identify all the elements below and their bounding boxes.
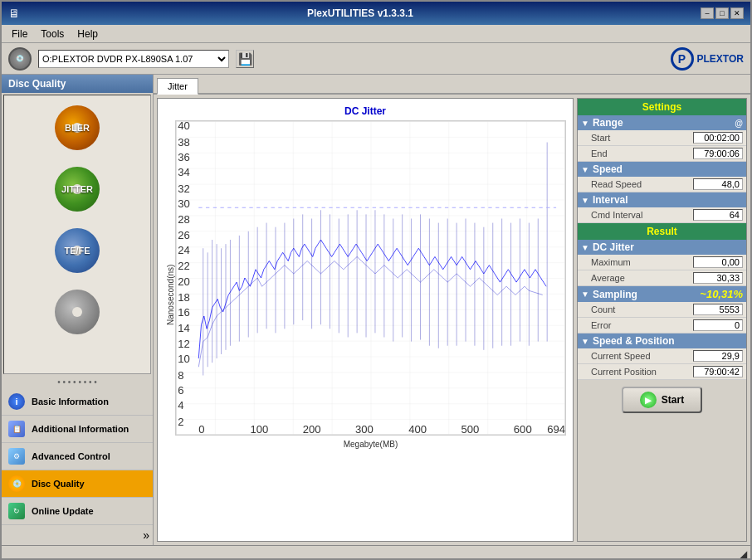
range-section-header[interactable]: ▼ Range @	[578, 115, 746, 130]
chart-title: DC Jitter	[164, 105, 566, 117]
basic-info-label: Basic Information	[32, 397, 109, 407]
sampling-count-label: Count	[591, 304, 693, 314]
nav-basic-info[interactable]: i Basic Information	[2, 388, 153, 416]
nav-advanced-control[interactable]: ⚙ Advanced Control	[2, 443, 153, 470]
menu-bar: File Tools Help	[2, 25, 750, 43]
svg-text:38: 38	[178, 137, 190, 149]
svg-text:16: 16	[178, 307, 190, 319]
plextor-logo: P PLEXTOR	[671, 47, 744, 71]
speed-pos-section-header[interactable]: ▼ Speed & Position	[578, 334, 746, 348]
start-icon: ▶	[640, 392, 657, 408]
basic-info-icon: i	[8, 393, 25, 410]
svg-text:14: 14	[178, 324, 190, 335]
dc-jitter-section-header[interactable]: ▼ DC Jitter	[578, 240, 746, 255]
device-bar: 💿 O:PLEXTOR DVDR PX-L890SA 1.07 💾 P PLEX…	[2, 43, 750, 75]
online-update-label: Online Update	[32, 506, 94, 516]
range-end-value: 79:00:06	[693, 148, 743, 159]
disc-icon-bler[interactable]: BLER	[36, 99, 119, 157]
sidebar-header: Disc Quality	[2, 75, 153, 93]
svg-text:10: 10	[178, 354, 190, 366]
svg-text:22: 22	[178, 261, 190, 272]
online-update-icon: ↻	[8, 503, 25, 519]
drive-icon: 💿	[8, 47, 32, 71]
dc-jitter-avg-label: Average	[591, 273, 693, 283]
current-position-row: Current Position 79:00:42	[578, 364, 746, 380]
nav-online-update[interactable]: ↻ Online Update	[2, 498, 153, 525]
logo-mark: P	[671, 47, 694, 71]
svg-text:100: 100	[250, 424, 268, 436]
svg-text:12: 12	[178, 338, 190, 350]
sampling-error-value: 0	[693, 319, 743, 331]
svg-text:26: 26	[178, 230, 190, 241]
svg-text:34: 34	[178, 168, 190, 179]
additional-info-label: Additional Information	[32, 424, 129, 434]
resize-handle[interactable]: ◢	[740, 548, 747, 560]
logo-text: PLEXTOR	[697, 53, 744, 65]
status-bar: ◢	[2, 545, 750, 560]
current-pos-label: Current Position	[591, 367, 693, 377]
disc-quality-label: Disc Quality	[32, 479, 85, 489]
expand-arrow[interactable]: »	[143, 528, 149, 542]
disc-icon-other[interactable]	[36, 283, 119, 341]
start-btn-container: ▶ Start	[578, 380, 746, 420]
svg-text:4: 4	[178, 401, 183, 412]
minimize-button[interactable]: –	[701, 7, 714, 19]
svg-text:36: 36	[178, 152, 190, 163]
at-icon: @	[735, 119, 743, 128]
device-selector[interactable]: O:PLEXTOR DVDR PX-L890SA 1.07	[38, 50, 229, 68]
range-start-value: 00:02:00	[693, 132, 743, 144]
disc-icon-tefe[interactable]: TE/FE	[36, 222, 119, 280]
sampling-percentage: ~10,31%	[700, 288, 743, 300]
nav-additional-info[interactable]: 📋 Additional Information	[2, 416, 153, 443]
settings-header: Settings	[578, 99, 746, 115]
chart-container: DC Jitter Nanosecond(ns)	[157, 98, 574, 542]
range-end-row: End 79:00:06	[578, 146, 746, 162]
dc-jitter-max-value: 0,00	[693, 256, 743, 268]
svg-text:40: 40	[178, 121, 190, 133]
menu-file[interactable]: File	[5, 27, 34, 41]
range-end-label: End	[591, 149, 693, 158]
svg-text:500: 500	[461, 424, 480, 436]
menu-help[interactable]: Help	[71, 27, 105, 41]
tab-jitter[interactable]: Jitter	[157, 78, 198, 95]
save-button[interactable]: 💾	[236, 50, 254, 68]
svg-text:694: 694	[547, 424, 565, 436]
svg-text:20: 20	[178, 277, 190, 289]
speed-pos-label: Speed & Position	[593, 335, 675, 347]
sampling-count-value: 5553	[693, 304, 743, 315]
window-controls: – □ ✕	[701, 7, 744, 19]
close-button[interactable]: ✕	[730, 7, 744, 19]
start-button[interactable]: ▶ Start	[622, 387, 702, 413]
sampling-error-row: Error 0	[578, 318, 746, 334]
current-speed-row: Current Speed 29,9	[578, 348, 746, 364]
interval-label: Interval	[593, 194, 628, 206]
range-start-label: Start	[591, 133, 693, 143]
title-bar: 🖥 PlexUTILITIES v1.3.3.1 – □ ✕	[2, 2, 750, 25]
svg-text:200: 200	[303, 424, 321, 436]
cmd-interval-value: 64	[693, 209, 743, 221]
cmd-interval-label: Cmd Interval	[591, 210, 693, 220]
settings-panel: Settings ▼ Range @ Start 00:02:00 End 79…	[577, 98, 747, 542]
disc-icon-jitter[interactable]: JITTER	[36, 160, 119, 218]
speed-pos-expand-icon: ▼	[581, 337, 589, 346]
dc-jitter-max-label: Maximum	[591, 257, 693, 267]
result-header: Result	[578, 223, 746, 240]
menu-tools[interactable]: Tools	[34, 27, 71, 41]
nav-disc-quality[interactable]: 💿 Disc Quality	[2, 470, 153, 498]
current-speed-label: Current Speed	[591, 351, 693, 361]
interval-section-header[interactable]: ▼ Interval	[578, 192, 746, 207]
read-speed-value: 48,0	[693, 178, 743, 190]
disc-quality-icon: 💿	[8, 475, 25, 492]
chart-inner: 40 38 36 34 32 30 28 26 24 22 20	[175, 120, 566, 469]
sampling-section-header[interactable]: ▼ Sampling ~10,31%	[578, 286, 746, 302]
sampling-count-row: Count 5553	[578, 302, 746, 318]
chart-svg: 40 38 36 34 32 30 28 26 24 22 20	[175, 120, 566, 436]
disc-icons-panel: BLER JITTER TE/FE	[3, 95, 151, 374]
svg-text:400: 400	[408, 424, 427, 436]
svg-text:30: 30	[178, 199, 190, 211]
y-axis-label: Nanosecond(ns)	[164, 120, 175, 469]
maximize-button[interactable]: □	[715, 7, 729, 19]
range-expand-icon: ▼	[581, 119, 589, 128]
interval-expand-icon: ▼	[581, 196, 589, 205]
speed-section-header[interactable]: ▼ Speed	[578, 162, 746, 177]
